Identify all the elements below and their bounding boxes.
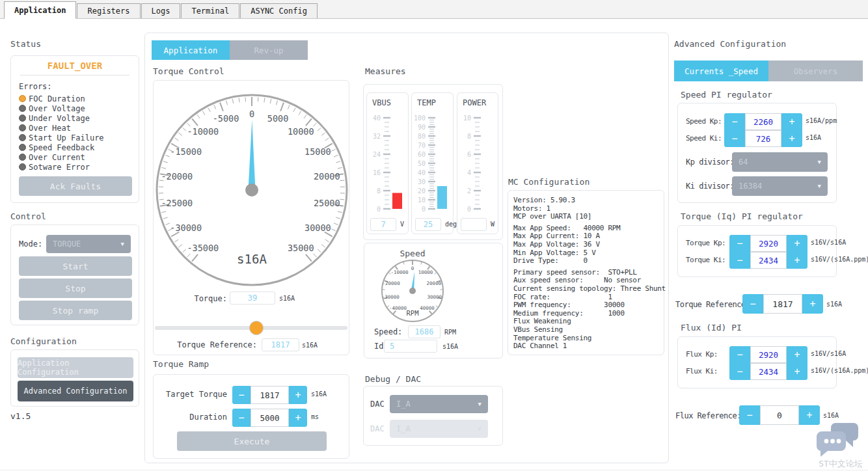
duration-value[interactable]: 5000 <box>251 409 289 427</box>
mc-config-line: DAC Channel 1 <box>513 342 660 351</box>
speed-box: Speed -40000-30000-20000-100000100002000… <box>364 243 503 359</box>
measure-unit: deg <box>445 221 457 228</box>
decrement-button[interactable]: − <box>742 294 763 314</box>
flux-ki-label: Flux Ki: <box>686 367 718 375</box>
measures-title: Measures <box>365 66 406 76</box>
start-button[interactable]: Start <box>19 256 132 276</box>
increment-button[interactable]: + <box>787 346 807 363</box>
configuration-section-title: Configuration <box>10 336 77 346</box>
increment-button[interactable]: + <box>787 363 807 380</box>
window-tab-registers[interactable]: Registers <box>77 3 140 18</box>
decrement-button[interactable]: − <box>729 252 750 269</box>
flux-ki-stepper: − 2434 + <box>729 363 807 380</box>
svg-text:16: 16 <box>373 169 381 176</box>
kp-divisor-dropdown[interactable]: 64 ▼ <box>732 152 828 172</box>
error-item-under-voltage: Under Voltage <box>19 113 135 123</box>
increment-button[interactable]: + <box>799 405 820 425</box>
increment-button[interactable]: + <box>802 294 823 314</box>
svg-text:-20000: -20000 <box>383 280 401 286</box>
id-value-field[interactable]: 5 <box>384 340 437 353</box>
svg-text:30000: 30000 <box>427 294 442 300</box>
increment-button[interactable]: + <box>787 252 807 269</box>
watermark-text: ST中文论坛 <box>817 458 864 470</box>
torque-kp-value[interactable]: 2920 <box>750 235 787 252</box>
increment-button[interactable]: + <box>289 409 307 427</box>
decrement-button[interactable]: − <box>729 346 750 363</box>
mc-config-group: Version: 5.90.3Motors: 1MCP over UARTA [… <box>513 197 660 221</box>
watermark: ST中文论坛 <box>816 423 868 470</box>
measure-value-field[interactable]: 25 <box>415 218 441 231</box>
target-torque-value[interactable]: 1817 <box>251 386 289 404</box>
flux-ki-value[interactable]: 2434 <box>750 363 787 380</box>
tab-rev-up[interactable]: Rev-up <box>230 40 308 60</box>
error-label: Over Current <box>29 153 85 162</box>
torque-reference-slider-knob[interactable] <box>249 321 264 335</box>
torque-reference-adv-value[interactable]: 1817 <box>763 294 802 314</box>
tab-application[interactable]: Application <box>152 40 230 60</box>
mc-config-line: Max App Voltage: 36 V <box>513 241 660 249</box>
svg-text:20: 20 <box>418 187 426 195</box>
torque-value-field[interactable]: 39 <box>230 292 275 305</box>
error-label: Over Voltage <box>29 104 85 113</box>
error-label: Under Voltage <box>29 114 90 123</box>
measures-gauges: VBUS08162432407VTEMP01020304050607080901… <box>363 84 503 240</box>
window-tab-async-config[interactable]: ASYNC Config <box>240 3 318 18</box>
svg-text:40000: 40000 <box>420 305 435 311</box>
ack-faults-button[interactable]: Ack Faults <box>19 176 132 196</box>
speed-value-field[interactable]: 1686 <box>408 325 441 338</box>
dac1-value: I_A <box>396 400 411 409</box>
torque-reference-unit: s16A <box>302 342 318 349</box>
decrement-button[interactable]: − <box>232 409 251 427</box>
increment-button[interactable]: + <box>289 386 307 404</box>
mc-config-line: VBus Sensing <box>513 326 660 334</box>
torque-reference-field[interactable]: 1817 <box>262 338 299 351</box>
speed-ki-value[interactable]: 726 <box>745 130 781 147</box>
dac1-dropdown[interactable]: I_A ▼ <box>390 395 488 413</box>
window-tab-application[interactable]: Application <box>4 1 76 19</box>
torque-reference-adv-label: Torque Reference: <box>675 300 750 309</box>
flux-kp-label: Flux Kp: <box>686 350 718 359</box>
measure-value-field[interactable] <box>461 218 487 231</box>
measure-gauge-name: VBUS <box>372 98 391 107</box>
execute-button[interactable]: Execute <box>177 431 327 451</box>
application-configuration-button[interactable]: Application Configuration <box>18 357 133 378</box>
decrement-button[interactable]: − <box>729 363 750 380</box>
increment-button[interactable]: + <box>781 130 802 147</box>
stop-button[interactable]: Stop <box>19 278 132 298</box>
decrement-button[interactable]: − <box>724 130 745 147</box>
decrement-button[interactable]: − <box>232 386 251 404</box>
increment-button[interactable]: + <box>781 113 802 130</box>
measure-value-field[interactable]: 7 <box>370 218 396 231</box>
version-label: v1.5 <box>10 411 31 421</box>
mode-dropdown[interactable]: TORQUE ▼ <box>46 235 131 253</box>
decrement-button[interactable]: − <box>729 235 750 252</box>
ki-divisor-dropdown[interactable]: 16384 ▼ <box>732 176 828 196</box>
stop-ramp-button[interactable]: Stop ramp <box>19 301 132 320</box>
tab-observers[interactable]: Observers <box>768 61 863 81</box>
tab-currents-speed[interactable]: Currents _Speed <box>674 61 768 81</box>
svg-text:24: 24 <box>373 151 381 158</box>
measure-unit: V <box>400 221 404 228</box>
svg-text:6: 6 <box>467 151 471 158</box>
advanced-configuration-button[interactable]: Advanced Configuration <box>18 381 133 401</box>
speed-kp-value[interactable]: 2260 <box>745 113 781 130</box>
dac2-dropdown[interactable]: I_A ▼ <box>390 420 488 438</box>
svg-text:RPM: RPM <box>407 309 419 317</box>
app-window: ApplicationRegistersLogsTerminalASYNC Co… <box>0 0 868 475</box>
increment-button[interactable]: + <box>787 235 807 252</box>
flux-kp-value[interactable]: 2920 <box>750 346 787 363</box>
speed-ki-stepper: − 726 + <box>724 130 802 147</box>
ki-divisor-label: Ki divisor: <box>686 176 734 196</box>
configuration-panel: Application Configuration Advanced Confi… <box>10 349 139 407</box>
flux-ki-unit: s16V/(s16A.ppm) <box>811 367 868 374</box>
torque-ki-value[interactable]: 2434 <box>750 252 787 269</box>
window-tab-terminal[interactable]: Terminal <box>181 3 239 18</box>
error-status-dot <box>19 95 26 102</box>
flux-reference-value[interactable]: 0 <box>760 405 799 425</box>
decrement-button[interactable]: − <box>739 405 760 425</box>
flux-reference-unit: s16A <box>823 412 839 419</box>
window-tab-logs[interactable]: Logs <box>141 3 181 18</box>
speed-pi-title: Speed PI regulator <box>681 90 772 100</box>
decrement-button[interactable]: − <box>724 113 745 130</box>
id-unit: s16A <box>442 343 458 350</box>
